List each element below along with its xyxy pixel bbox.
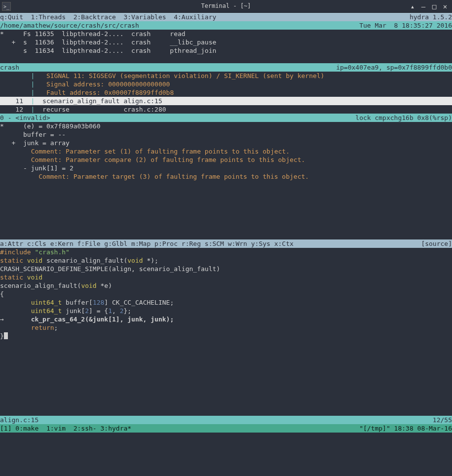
blank [0, 407, 452, 416]
src-line-current: → ck_pr_cas_64_2(&junk[1], junk, junk); [0, 315, 452, 323]
src-line: } [0, 332, 452, 340]
var-line[interactable]: * (e) = 0x7f889a03b060 [0, 122, 452, 130]
thread-row[interactable]: + s 11636 libpthread-2.... crash __libc_… [0, 38, 452, 46]
blank [0, 198, 452, 206]
src-line: static void [0, 273, 452, 281]
blank [0, 349, 452, 357]
var-line[interactable]: + junk = array [0, 139, 452, 147]
thread-row[interactable]: s 11634 libpthread-2.... crash pthread_j… [0, 46, 452, 55]
terminal-content[interactable]: q:Quit 1:Threads 2:Backtrace 3:Variables… [0, 13, 452, 433]
hydra-menubar: q:Quit 1:Threads 2:Backtrace 3:Variables… [0, 13, 452, 21]
var-line[interactable]: buffer = -- [0, 130, 452, 139]
backtrace-row[interactable]: 12 | recurse crash.c:280 [0, 105, 452, 114]
signal-line: | Fault address: 0x00007f8899ffd0b8 [0, 88, 452, 97]
backtrace-row-current[interactable]: 11 | scenario_align_fault align.c:15 [0, 97, 452, 105]
cursor [4, 332, 8, 339]
thread-row[interactable]: * Fs 11635 libpthread-2.... crash read [0, 30, 452, 38]
source-menubar: a:Attr c:Cls e:Kern f:File g:Glbl m:Map … [0, 239, 452, 248]
terminal-icon: >_ [2, 2, 11, 11]
blank [0, 55, 452, 63]
var-comment: Comment: Parameter compare (2) of faulti… [0, 156, 452, 164]
tmux-bar[interactable]: [1] 0:make 1:vim 2:ssh- 3:hydra*"[/tmp]"… [0, 424, 452, 433]
blank [0, 206, 452, 214]
variables-bar: 0 - <invalid>lock cmpxchg16b 0x8(%rsp) [0, 114, 452, 122]
blank [0, 231, 452, 239]
minimize-button[interactable]: — [418, 1, 428, 11]
src-line: #include "crash.h" [0, 248, 452, 256]
blank [0, 357, 452, 365]
close-button[interactable]: ✕ [440, 1, 450, 11]
window-titlebar: >_ Terminal - [~] ▴ — □ ✕ [0, 0, 452, 13]
status-bar: align.c:1512/55 [0, 416, 452, 424]
var-comment: Comment: Parameter set (1) of faulting f… [0, 147, 452, 156]
blank [0, 223, 452, 231]
blank [0, 214, 452, 223]
var-comment: Comment: Parameter target (3) of faultin… [0, 172, 452, 181]
src-line: return; [0, 323, 452, 332]
blank [0, 391, 452, 399]
blank [0, 382, 452, 391]
window-title: Terminal - [~] [201, 2, 251, 10]
blank [0, 365, 452, 374]
path-bar: /home/amathew/source/crash/src/crashTue … [0, 21, 452, 30]
var-line[interactable]: - junk[1] = 2 [0, 164, 452, 172]
signal-line: | SIGNAL 11: SIGSEGV (segmentation viola… [0, 72, 452, 80]
crash-bar: craship=0x407ea9, sp=0x7f8899ffd0b0 [0, 63, 452, 72]
blank [0, 189, 452, 198]
src-line: uint64_t junk[2] = {1, 2}; [0, 307, 452, 315]
src-line: scenario_align_fault(void *e) [0, 281, 452, 290]
src-line: CRASH_SCENARIO_DEFINE_SIMPLE(align, scen… [0, 265, 452, 273]
src-line: uint64_t buffer[128] CK_CC_CACHELINE; [0, 298, 452, 307]
maximize-button[interactable]: □ [429, 1, 439, 11]
blank [0, 340, 452, 349]
signal-line: | Signal address: 0000000000000000 [0, 80, 452, 88]
src-line: static void scenario_align_fault(void *)… [0, 256, 452, 265]
blank [0, 374, 452, 382]
blank [0, 181, 452, 189]
src-line: { [0, 290, 452, 298]
arrow-up-icon[interactable]: ▴ [408, 1, 417, 11]
blank [0, 399, 452, 407]
